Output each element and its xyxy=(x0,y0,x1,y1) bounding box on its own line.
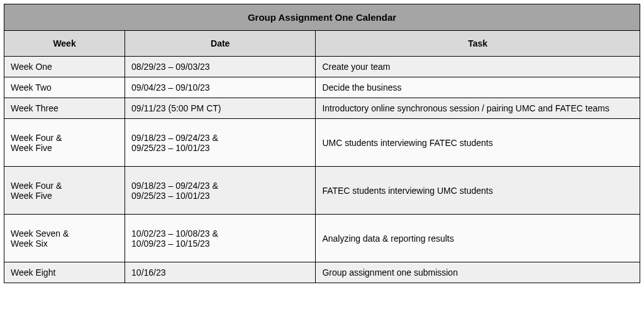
table-row: Week Four &Week Five09/18/23 – 09/24/23 … xyxy=(4,167,640,215)
cell-week: Week Two xyxy=(4,77,125,98)
col-week: Week xyxy=(4,31,125,57)
cell-week: Week Four &Week Five xyxy=(4,119,125,167)
cell-task: Analyzing data & reporting results xyxy=(316,215,640,262)
cell-task: Group assignment one submission xyxy=(316,262,640,283)
cell-task: Decide the business xyxy=(316,77,640,98)
cell-date: 09/11/23 (5:00 PM CT) xyxy=(125,98,316,119)
table-title: Group Assignment One Calendar xyxy=(4,4,640,31)
cell-week: Week One xyxy=(4,57,125,77)
cell-date: 09/04/23 – 09/10/23 xyxy=(125,77,316,98)
table-row: Week Four &Week Five09/18/23 – 09/24/23 … xyxy=(4,119,640,167)
cell-week: Week Seven &Week Six xyxy=(4,215,125,262)
table-row: Week Three09/11/23 (5:00 PM CT)Introduct… xyxy=(4,98,640,119)
cell-date: 09/18/23 – 09/24/23 &09/25/23 – 10/01/23 xyxy=(125,119,316,167)
cell-date: 09/18/23 – 09/24/23 &09/25/23 – 10/01/23 xyxy=(125,167,316,215)
cell-task: FATEC students interviewing UMC students xyxy=(316,167,640,215)
cell-task: UMC students interviewing FATEC students xyxy=(316,119,640,167)
col-task: Task xyxy=(316,31,640,57)
cell-task: Introductory online synchronous session … xyxy=(316,98,640,119)
table-row: Week Seven &Week Six10/02/23 – 10/08/23 … xyxy=(4,215,640,262)
cell-week: Week Three xyxy=(4,98,125,119)
cell-task: Create your team xyxy=(316,57,640,77)
calendar-table: Group Assignment One Calendar Week Date … xyxy=(4,4,640,283)
cell-week: Week Four &Week Five xyxy=(4,167,125,215)
cell-date: 08/29/23 – 09/03/23 xyxy=(125,57,316,77)
cell-week: Week Eight xyxy=(4,262,125,283)
col-date: Date xyxy=(125,31,316,57)
table-row: Week Eight10/16/23Group assignment one s… xyxy=(4,262,640,283)
table-row: Week One08/29/23 – 09/03/23Create your t… xyxy=(4,57,640,77)
table-row: Week Two09/04/23 – 09/10/23Decide the bu… xyxy=(4,77,640,98)
cell-date: 10/02/23 – 10/08/23 &10/09/23 – 10/15/23 xyxy=(125,215,316,262)
cell-date: 10/16/23 xyxy=(125,262,316,283)
